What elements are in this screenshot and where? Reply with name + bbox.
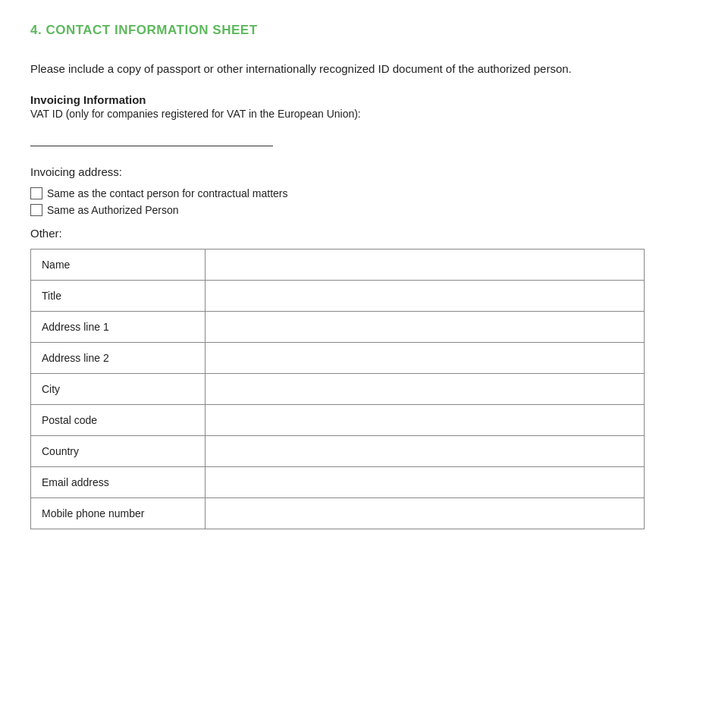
table-row-label-7: Email address: [31, 466, 206, 497]
contact-info-table: NameTitleAddress line 1Address line 2Cit…: [30, 249, 645, 529]
other-label: Other:: [30, 227, 698, 240]
checkbox-icon-2[interactable]: [30, 204, 42, 216]
table-row: City: [31, 373, 645, 404]
table-row: Mobile phone number: [31, 497, 645, 529]
table-row-label-8: Mobile phone number: [31, 497, 206, 529]
table-row-label-2: Address line 1: [31, 311, 206, 342]
table-row-label-4: City: [31, 373, 206, 404]
table-row-label-3: Address line 2: [31, 342, 206, 373]
intro-text: Please include a copy of passport or oth…: [30, 61, 698, 78]
vat-input-line[interactable]: [30, 131, 273, 146]
table-row-value-5[interactable]: [206, 404, 645, 435]
table-row-value-1[interactable]: [206, 280, 645, 311]
table-row-value-8[interactable]: [206, 497, 645, 529]
table-row-value-6[interactable]: [206, 435, 645, 466]
table-row-label-1: Title: [31, 280, 206, 311]
invoicing-sub-label: VAT ID (only for companies registered fo…: [30, 108, 698, 120]
table-row-value-7[interactable]: [206, 466, 645, 497]
invoicing-label: Invoicing Information: [30, 93, 698, 106]
checkbox-label-1: Same as the contact person for contractu…: [47, 187, 288, 199]
table-row: Country: [31, 435, 645, 466]
table-row: Address line 2: [31, 342, 645, 373]
checkbox-row-2[interactable]: Same as Authorized Person: [30, 204, 698, 216]
table-row: Title: [31, 280, 645, 311]
table-row-label-0: Name: [31, 249, 206, 280]
table-row: Postal code: [31, 404, 645, 435]
table-row-label-6: Country: [31, 435, 206, 466]
table-row-value-0[interactable]: [206, 249, 645, 280]
table-row-value-4[interactable]: [206, 373, 645, 404]
table-row-value-3[interactable]: [206, 342, 645, 373]
checkbox-row-1[interactable]: Same as the contact person for contractu…: [30, 187, 698, 199]
table-row: Address line 1: [31, 311, 645, 342]
table-row: Email address: [31, 466, 645, 497]
table-row-label-5: Postal code: [31, 404, 206, 435]
table-row-value-2[interactable]: [206, 311, 645, 342]
checkbox-label-2: Same as Authorized Person: [47, 204, 179, 216]
invoicing-address-label: Invoicing address:: [30, 165, 698, 178]
page-title: 4. CONTACT INFORMATION SHEET: [30, 23, 698, 38]
checkbox-icon-1[interactable]: [30, 187, 42, 199]
table-row: Name: [31, 249, 645, 280]
